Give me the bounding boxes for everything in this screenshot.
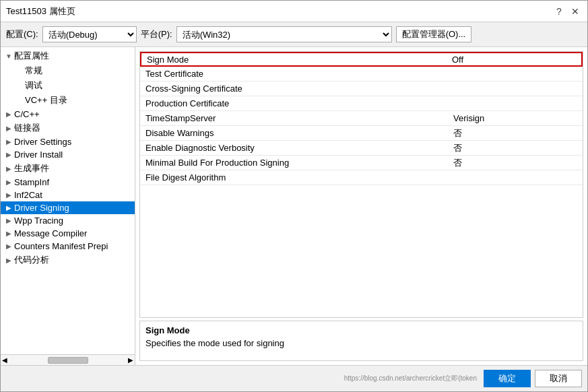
prop-value-diagnostic: 否 [448, 142, 583, 154]
description-text: Specifies the mode used for signing [145, 338, 577, 348]
bottom-bar: https://blog.csdn.net/archercricket立即(to… [1, 365, 587, 391]
sidebar-item-code-analysis[interactable]: ▶ 代码分析 [1, 253, 135, 267]
wpp-tracing-arrow-icon: ▶ [3, 217, 14, 224]
sidebar-item-inf2cat[interactable]: ▶ Inf2Cat [1, 189, 135, 201]
sidebar-item-wpp-tracing[interactable]: ▶ Wpp Tracing [1, 214, 135, 227]
prop-name-timestamp: TimeStampServer [140, 113, 448, 123]
sidebar-item-cpp[interactable]: ▶ C/C++ [1, 108, 135, 121]
sidebar-item-linker[interactable]: ▶ 链接器 [1, 121, 135, 135]
sidebar-item-vc目录[interactable]: VC++ 目录 [1, 93, 135, 108]
counters-manifest-arrow-icon: ▶ [3, 242, 14, 250]
sidebar-label-code-analysis: 代码分析 [14, 254, 49, 266]
build-events-arrow-icon: ▶ [3, 165, 14, 172]
config-label: 配置(C): [6, 28, 38, 40]
prop-row-disable-warnings[interactable]: Disable Warnings 否 [140, 126, 583, 141]
prop-name-diagnostic: Enable Diagnostic Verbosity [140, 143, 448, 153]
sidebar-horizontal-scrollbar[interactable]: ◀ ▶ [1, 354, 135, 365]
sidebar-item-stampinf[interactable]: ▶ StampInf [1, 176, 135, 189]
prop-row-sign-mode[interactable]: Sign Mode Off [140, 52, 583, 67]
driver-install-arrow-icon: ▶ [3, 151, 14, 158]
config-select[interactable]: 活动(Debug) [42, 26, 137, 42]
prop-row-minimal-build[interactable]: Minimal Build For Production Signing 否 [140, 156, 583, 170]
ok-button[interactable]: 确定 [484, 370, 531, 387]
cpp-arrow-icon: ▶ [3, 110, 14, 118]
platform-select[interactable]: 活动(Win32) [176, 26, 392, 42]
driver-signing-arrow-icon: ▶ [3, 204, 14, 211]
sidebar-label-vc目录: VC++ 目录 [25, 94, 67, 106]
title-bar-controls: ? ✕ [552, 5, 582, 18]
sidebar-item-driver-install[interactable]: ▶ Driver Install [1, 148, 135, 161]
sidebar-item-调试[interactable]: 调试 [1, 78, 135, 93]
sidebar-label-stampinf: StampInf [14, 177, 49, 187]
platform-label: 平台(P): [141, 28, 172, 40]
sidebar-label-driver-install: Driver Install [14, 150, 63, 160]
prop-value-sign-mode: Off [447, 55, 581, 65]
prop-name-test-cert: Test Certificate [140, 69, 448, 79]
main-window: Test11503 属性页 ? ✕ 配置(C): 活动(Debug) 平台(P)… [0, 0, 588, 392]
prop-name-file-digest: File Digest Algorithm [140, 172, 448, 183]
sidebar: ▼ 配置属性 常规 调试 [1, 47, 135, 365]
prop-name-disable-warnings: Disable Warnings [140, 128, 448, 138]
sidebar-label-message-compiler: Message Compiler [14, 228, 87, 238]
inf2cat-arrow-icon: ▶ [3, 191, 14, 199]
main-content: ▼ 配置属性 常规 调试 [1, 47, 587, 365]
sidebar-item-message-compiler[interactable]: ▶ Message Compiler [1, 227, 135, 240]
window-title: Test11503 属性页 [6, 5, 75, 18]
sidebar-label-driver-settings: Driver Settings [14, 137, 71, 147]
prop-name-cross-cert: Cross-Signing Certificate [140, 84, 448, 94]
linker-arrow-icon: ▶ [3, 125, 14, 132]
scroll-right-icon[interactable]: ▶ [128, 356, 133, 364]
toolbar: 配置(C): 活动(Debug) 平台(P): 活动(Win32) 配置管理器(… [1, 22, 587, 47]
cancel-button[interactable]: 取消 [535, 370, 582, 387]
prop-row-test-cert[interactable]: Test Certificate [140, 67, 583, 81]
prop-name-minimal-build: Minimal Build For Production Signing [140, 158, 448, 168]
prop-row-diagnostic[interactable]: Enable Diagnostic Verbosity 否 [140, 141, 583, 156]
sidebar-label-driver-signing: Driver Signing [14, 203, 69, 213]
root-arrow-icon: ▼ [3, 53, 14, 60]
prop-name-prod-cert: Production Certificate [140, 98, 448, 108]
prop-row-prod-cert[interactable]: Production Certificate [140, 96, 583, 111]
title-bar: Test11503 属性页 ? ✕ [1, 1, 587, 22]
sidebar-item-build-events[interactable]: ▶ 生成事件 [1, 161, 135, 176]
message-compiler-arrow-icon: ▶ [3, 230, 14, 237]
scroll-left-icon[interactable]: ◀ [2, 356, 7, 364]
prop-name-sign-mode: Sign Mode [141, 55, 447, 65]
prop-row-cross-cert[interactable]: Cross-Signing Certificate [140, 81, 583, 96]
description-area: Sign Mode Specifies the mode used for si… [139, 321, 583, 361]
prop-value-timestamp: Verisign [448, 113, 583, 123]
description-title: Sign Mode [145, 325, 577, 335]
watermark-text: https://blog.csdn.net/archercricket立即(to… [6, 374, 480, 383]
driver-settings-arrow-icon: ▶ [3, 138, 14, 145]
sidebar-label-常规: 常规 [25, 65, 42, 77]
sidebar-label-cpp: C/C++ [14, 109, 40, 119]
close-button[interactable]: ✕ [568, 5, 582, 18]
sidebar-label-wpp-tracing: Wpp Tracing [14, 216, 63, 226]
properties-table: Sign Mode Off Test Certificate Cross-Sig… [139, 51, 583, 318]
sidebar-label-调试: 调试 [25, 79, 42, 92]
config-manager-button[interactable]: 配置管理器(O)... [396, 26, 472, 42]
sidebar-item-driver-settings[interactable]: ▶ Driver Settings [1, 135, 135, 148]
sidebar-item-counters-manifest[interactable]: ▶ Counters Manifest Prepi [1, 240, 135, 253]
stampinf-arrow-icon: ▶ [3, 178, 14, 186]
help-button[interactable]: ? [552, 5, 566, 18]
sidebar-root-label: 配置属性 [14, 50, 49, 62]
right-panel: Sign Mode Off Test Certificate Cross-Sig… [135, 47, 587, 365]
code-analysis-arrow-icon: ▶ [3, 257, 14, 264]
prop-row-file-digest[interactable]: File Digest Algorithm [140, 170, 583, 185]
sidebar-item-常规[interactable]: 常规 [1, 63, 135, 78]
sidebar-item-driver-signing[interactable]: ▶ Driver Signing [1, 201, 135, 214]
prop-row-timestamp[interactable]: TimeStampServer Verisign [140, 111, 583, 126]
sidebar-label-linker: 链接器 [14, 122, 40, 134]
sidebar-label-counters-manifest: Counters Manifest Prepi [14, 241, 108, 251]
sidebar-scrollbar-thumb[interactable] [48, 357, 88, 364]
sidebar-tree[interactable]: ▼ 配置属性 常规 调试 [1, 47, 135, 354]
sidebar-label-build-events: 生成事件 [14, 162, 49, 174]
prop-value-minimal-build: 否 [448, 157, 583, 169]
prop-value-disable-warnings: 否 [448, 127, 583, 139]
sidebar-label-inf2cat: Inf2Cat [14, 190, 42, 200]
sidebar-item-root[interactable]: ▼ 配置属性 [1, 48, 135, 63]
